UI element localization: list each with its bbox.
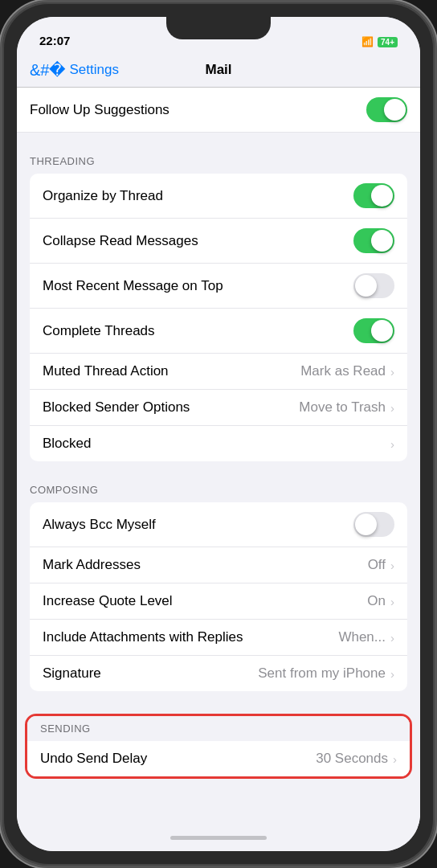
- phone-screen: 22:07 📶 74+ &#� Settings Mail Follow Up …: [17, 17, 420, 851]
- complete-threads-label: Complete Threads: [43, 323, 155, 339]
- complete-threads-toggle[interactable]: [353, 318, 394, 343]
- threading-section: THREADING Organize by Thread Collapse Re…: [17, 155, 420, 461]
- notch: [166, 17, 271, 39]
- always-bcc-toggle[interactable]: [353, 512, 394, 537]
- chevron-icon: ›: [390, 631, 394, 645]
- chevron-icon: ›: [390, 559, 394, 572]
- blocked-sender-options-value: Move to Trash: [299, 399, 386, 416]
- undo-send-delay-value: 30 Seconds: [316, 751, 388, 767]
- sending-highlighted-section: SENDING Undo Send Delay 30 Seconds ›: [25, 714, 412, 779]
- status-time: 22:07: [39, 34, 70, 47]
- organize-by-thread-row[interactable]: Organize by Thread: [30, 174, 407, 219]
- chevron-icon: ›: [390, 437, 394, 451]
- most-recent-message-row[interactable]: Most Recent Message on Top: [30, 264, 407, 309]
- signature-right: Sent from my iPhone ›: [258, 665, 394, 682]
- most-recent-message-toggle[interactable]: [353, 273, 394, 298]
- back-button[interactable]: &#� Settings: [30, 62, 119, 78]
- status-icons: 📶 74+: [361, 36, 398, 47]
- blocked-label: Blocked: [43, 436, 91, 452]
- increase-quote-level-right: On ›: [367, 593, 394, 609]
- signature-label: Signature: [43, 665, 101, 682]
- composing-body: Always Bcc Myself Mark Addresses Off ›: [30, 502, 407, 691]
- wifi-icon: 📶: [361, 36, 374, 47]
- collapse-read-row[interactable]: Collapse Read Messages: [30, 219, 407, 264]
- toggle-thumb: [384, 99, 406, 121]
- chevron-icon: ›: [390, 667, 394, 681]
- muted-thread-action-label: Muted Thread Action: [43, 363, 169, 379]
- chevron-icon: ›: [393, 752, 397, 766]
- composing-section: COMPOSING Always Bcc Myself Mark Address…: [17, 484, 420, 691]
- signature-value: Sent from my iPhone: [258, 665, 386, 682]
- increase-quote-level-value: On: [367, 593, 386, 609]
- chevron-icon: ›: [390, 365, 394, 379]
- increase-quote-level-label: Increase Quote Level: [43, 593, 173, 609]
- mark-addresses-label: Mark Addresses: [43, 557, 141, 573]
- chevron-icon: ›: [390, 401, 394, 415]
- follow-up-label: Follow Up Suggestions: [30, 102, 169, 118]
- organize-by-thread-label: Organize by Thread: [43, 188, 163, 204]
- include-attachments-value: When...: [338, 629, 386, 645]
- back-chevron-icon: &#�: [30, 62, 66, 78]
- blocked-sender-options-right: Move to Trash ›: [299, 399, 394, 416]
- organize-by-thread-toggle[interactable]: [353, 183, 394, 208]
- blocked-sender-options-row[interactable]: Blocked Sender Options Move to Trash ›: [30, 390, 407, 426]
- back-label: Settings: [69, 62, 118, 78]
- collapse-read-label: Collapse Read Messages: [43, 233, 198, 249]
- muted-thread-action-row[interactable]: Muted Thread Action Mark as Read ›: [30, 354, 407, 390]
- most-recent-message-label: Most Recent Message on Top: [43, 278, 223, 294]
- undo-send-delay-label: Undo Send Delay: [40, 751, 147, 767]
- always-bcc-row[interactable]: Always Bcc Myself: [30, 502, 407, 547]
- signature-row[interactable]: Signature Sent from my iPhone ›: [30, 656, 407, 691]
- battery-badge: 74+: [378, 37, 398, 47]
- page-title: Mail: [205, 62, 231, 78]
- follow-up-toggle[interactable]: [366, 97, 407, 122]
- complete-threads-row[interactable]: Complete Threads: [30, 309, 407, 354]
- mark-addresses-row[interactable]: Mark Addresses Off ›: [30, 547, 407, 583]
- muted-thread-action-value: Mark as Read: [300, 363, 386, 379]
- settings-content[interactable]: Follow Up Suggestions THREADING Organize…: [17, 88, 420, 824]
- blocked-right: ›: [390, 437, 394, 451]
- threading-header: THREADING: [17, 155, 420, 174]
- undo-send-delay-right: 30 Seconds ›: [316, 751, 397, 767]
- mark-addresses-right: Off ›: [368, 557, 394, 573]
- sending-body: Undo Send Delay 30 Seconds ›: [27, 741, 410, 776]
- blocked-row[interactable]: Blocked ›: [30, 426, 407, 461]
- collapse-read-toggle[interactable]: [353, 228, 394, 253]
- blocked-sender-options-label: Blocked Sender Options: [43, 399, 190, 416]
- include-attachments-right: When... ›: [338, 629, 394, 645]
- include-attachments-row[interactable]: Include Attachments with Replies When...…: [30, 620, 407, 656]
- muted-thread-action-right: Mark as Read ›: [300, 363, 394, 379]
- always-bcc-label: Always Bcc Myself: [43, 517, 156, 533]
- nav-bar: &#� Settings Mail: [17, 52, 420, 88]
- increase-quote-level-row[interactable]: Increase Quote Level On ›: [30, 583, 407, 620]
- chevron-icon: ›: [390, 595, 394, 608]
- home-indicator: [17, 824, 420, 851]
- threading-body: Organize by Thread Collapse Read Message…: [30, 174, 407, 461]
- phone-frame: 22:07 📶 74+ &#� Settings Mail Follow Up …: [0, 0, 437, 868]
- home-bar: [170, 836, 267, 840]
- composing-header: COMPOSING: [17, 484, 420, 502]
- sending-header: SENDING: [27, 716, 410, 741]
- follow-up-row: Follow Up Suggestions: [17, 88, 420, 133]
- mark-addresses-value: Off: [368, 557, 386, 573]
- include-attachments-label: Include Attachments with Replies: [43, 629, 243, 645]
- undo-send-delay-row[interactable]: Undo Send Delay 30 Seconds ›: [27, 741, 410, 776]
